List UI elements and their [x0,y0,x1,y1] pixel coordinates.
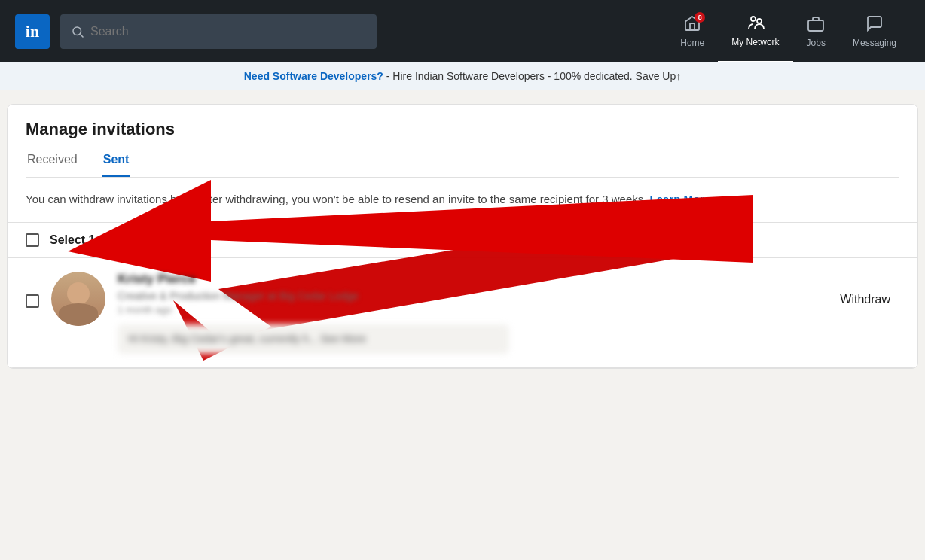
nav-item-messaging[interactable]: Messaging [839,0,910,62]
nav-item-my-network[interactable]: My Network [718,0,792,62]
person-time: 1 month ago [118,304,819,315]
select-count-label: Select 1-6 of 6 [50,233,131,247]
nav-label-my-network: My Network [731,37,779,47]
linkedin-logo[interactable]: in [15,14,50,49]
ad-rest-text: - Hire Indian Software Developers - 100%… [383,70,681,82]
search-input[interactable] [90,25,366,38]
home-notification-badge: 8 [695,12,705,23]
info-box: You can withdraw invitations here. After… [8,178,917,223]
ad-banner: Need Software Developers? - Hire Indian … [0,62,925,90]
messaging-icon-area [865,14,884,35]
navbar: in 8 Home [0,0,925,62]
svg-point-0 [73,27,81,35]
person-name: Kristy Pierce [118,272,819,287]
nav-items: 8 Home My Network [667,0,910,62]
search-bar[interactable] [60,14,377,49]
manage-invitations-wrapper: Manage invitations Received Sent You can… [8,105,917,368]
withdraw-button[interactable]: Withdraw [831,287,899,312]
person-info: Kristy Pierce Creative & Production Mana… [118,272,819,355]
tabs: Received Sent [26,153,899,178]
person-checkbox-wrapper [26,294,39,308]
nav-label-home: Home [680,38,704,48]
nav-item-jobs[interactable]: Jobs [793,0,839,62]
person-checkbox[interactable] [26,294,39,308]
manage-header: Manage invitations Received Sent [8,105,917,178]
avatar [51,272,105,326]
person-title: Creative & Production Manager at Big Ced… [118,290,819,302]
home-icon-area: 8 [683,14,701,35]
message-preview: Hi Kristy, Big Cedar's great, currently … [118,324,509,355]
ad-link[interactable]: Need Software Developers? [244,70,383,82]
learn-more-link[interactable]: Learn More [650,193,711,205]
nav-label-messaging: Messaging [853,38,896,48]
info-text: You can withdraw invitations here. After… [26,193,646,205]
person-row: Kristy Pierce Creative & Production Mana… [8,258,917,369]
nav-item-home[interactable]: 8 Home [667,0,718,62]
manage-invitations-title: Manage invitations [26,120,899,139]
svg-rect-4 [808,20,823,31]
svg-line-1 [80,34,83,37]
search-icon [71,25,84,38]
select-row: Select 1-6 of 6 [8,223,917,258]
jobs-icon [807,14,825,32]
svg-point-3 [757,19,762,23]
my-network-icon-area [746,14,765,34]
main-content: Manage invitations Received Sent You can… [7,104,918,369]
messaging-icon [865,14,884,32]
jobs-icon-area [807,14,825,35]
nav-label-jobs: Jobs [807,38,826,48]
tab-received[interactable]: Received [26,153,79,177]
select-all-checkbox[interactable] [26,233,39,247]
tab-sent[interactable]: Sent [102,153,131,177]
svg-point-2 [751,17,756,21]
my-network-icon [746,14,765,32]
